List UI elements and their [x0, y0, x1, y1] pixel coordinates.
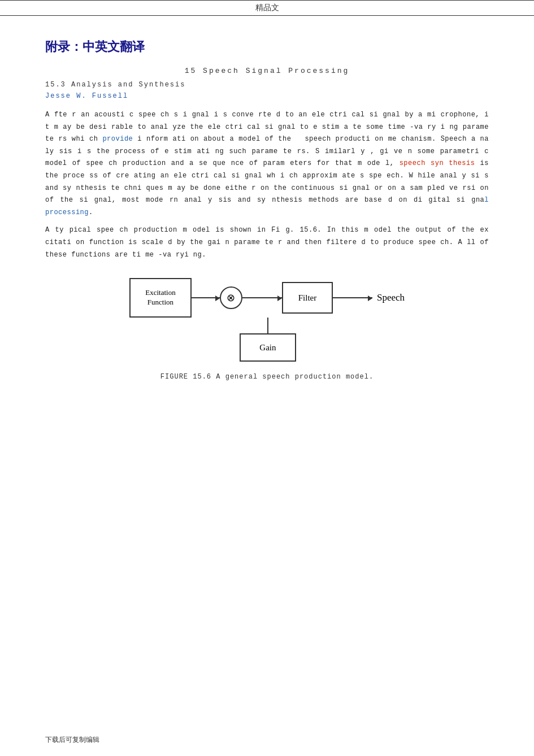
- footer-text: 下载后可复制编辑: [45, 736, 99, 744]
- paragraph-2: A ty pical spee ch production m odel is …: [45, 224, 489, 261]
- arrow-filter-to-speech: [333, 297, 372, 298]
- diagram-top-row: ExcitationFunction ⊗ Filter Speech: [129, 278, 405, 318]
- speech-label: Speech: [377, 292, 405, 303]
- author-line: Jesse W. Fussell: [45, 92, 489, 100]
- subsection-title: 15.3 Analysis and Synthesis: [45, 81, 489, 89]
- v-line-connector: [267, 318, 268, 333]
- multiply-circle: ⊗: [220, 286, 242, 309]
- page-title: 附录：中英文翻译: [45, 38, 489, 55]
- diagram-container: ExcitationFunction ⊗ Filter Speech: [45, 278, 489, 398]
- filter-box: Filter: [282, 282, 333, 314]
- header-title: 精品文: [255, 3, 279, 12]
- page-content: 附录：中英文翻译 15 Speech Signal Processing 15.…: [0, 38, 534, 454]
- multiply-symbol: ⊗: [227, 292, 235, 304]
- arrow-circle-to-filter: [242, 297, 282, 298]
- gain-wrapper: Gain: [240, 318, 296, 362]
- paragraph-1: A fte r an acousti c spee ch s i gnal i …: [45, 109, 489, 219]
- arrow-excitation-to-circle: [192, 297, 220, 298]
- title-section: 附录：中英文翻译: [45, 38, 489, 55]
- excitation-function-box: ExcitationFunction: [129, 278, 192, 318]
- figure-caption: FIGURE 15.6 A general speech production …: [160, 373, 374, 381]
- gain-box: Gain: [240, 333, 296, 362]
- header-bar: 精品文: [0, 0, 534, 16]
- footer-bar: 下载后可复制编辑: [45, 735, 99, 745]
- gain-section-wrapper: Gain: [240, 318, 405, 362]
- gain-label: Gain: [259, 343, 276, 353]
- excitation-label: ExcitationFunction: [145, 288, 175, 307]
- section-title: 15 Speech Signal Processing: [45, 67, 489, 75]
- diagram-wrapper: ExcitationFunction ⊗ Filter Speech: [129, 278, 405, 362]
- filter-label: Filter: [298, 293, 317, 303]
